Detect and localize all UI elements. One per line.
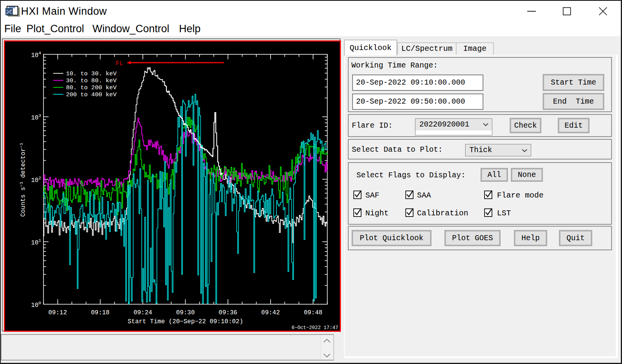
svg-text:Counts s−1 detector−1: Counts s−1 detector−1 [19, 142, 27, 217]
svg-text:09:24: 09:24 [134, 309, 152, 316]
svg-text:09:42: 09:42 [261, 309, 280, 316]
svg-text:80. to 200 keV: 80. to 200 keV [66, 84, 117, 91]
svg-text:10. to 30. keV: 10. to 30. keV [66, 70, 117, 77]
svg-text:09:18: 09:18 [91, 309, 109, 316]
svg-text:FL: FL [116, 60, 123, 67]
svg-text:09:36: 09:36 [219, 309, 237, 316]
svg-text:09:30: 09:30 [176, 309, 195, 316]
svg-text:6−Oct−2022 17:47: 6−Oct−2022 17:47 [292, 325, 338, 331]
svg-text:200 to 400 keV: 200 to 400 keV [66, 91, 117, 98]
svg-text:09:12: 09:12 [48, 309, 67, 316]
svg-text:09:48: 09:48 [304, 309, 322, 316]
svg-text:30. to 80. keV: 30. to 80. keV [66, 77, 117, 84]
svg-text:Start Time (20−Sep−22 09:10:02: Start Time (20−Sep−22 09:10:02) [128, 318, 243, 325]
